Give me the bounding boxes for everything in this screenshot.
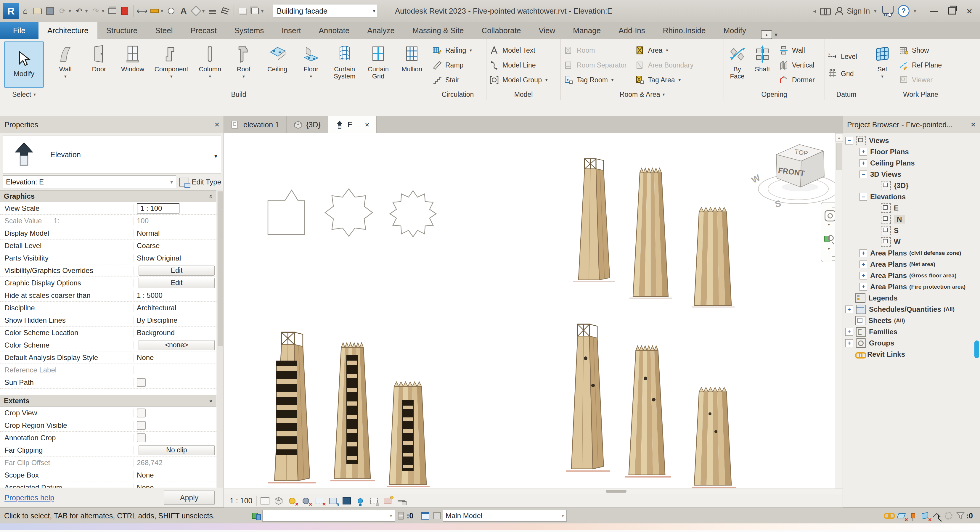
room-tool[interactable]: Room [563, 43, 627, 58]
canvas-horizontal-scrollbar[interactable] [224, 489, 843, 494]
tree-groups[interactable]: +Groups [843, 338, 980, 349]
view-tab-e[interactable]: E × [328, 116, 377, 133]
aligned-dimension-icon[interactable] [149, 5, 161, 17]
far-clipping-button[interactable]: No clip [138, 445, 215, 455]
square-tower-holes[interactable] [571, 324, 604, 469]
select-by-face-icon[interactable]: × [919, 510, 931, 521]
shaft-opening-tool[interactable]: Shaft [751, 41, 774, 89]
section-extents[interactable]: Extents« [0, 395, 216, 407]
default-3d-view-icon[interactable] [190, 5, 202, 17]
tree-area-plans-fire[interactable]: +Area Plans(Fire protection area) [843, 281, 980, 292]
tab-view[interactable]: View [530, 22, 564, 39]
model-line-tool[interactable]: Model Line [489, 58, 548, 73]
scroll-up-icon[interactable]: ▴ [835, 133, 843, 141]
prop-parts-visibility[interactable]: Parts VisibilityShow Original [0, 252, 216, 264]
tab-rhino-inside[interactable]: Rhino.Inside [654, 22, 715, 39]
collapse-left-icon[interactable]: ◂ [813, 7, 816, 14]
dimension-caret-icon[interactable]: ▾ [161, 8, 165, 14]
dormer-opening-tool[interactable]: Dormer [778, 73, 815, 87]
undo-icon[interactable]: ↶ [73, 5, 85, 17]
editing-requests-icon[interactable] [395, 510, 407, 521]
redo-icon[interactable]: ↷ [90, 5, 102, 17]
view-scale-button[interactable]: 1 : 100 [228, 496, 257, 506]
quick-search-box[interactable]: ▾ [273, 4, 377, 18]
floor-tool[interactable]: Floor▾ [297, 41, 325, 89]
properties-close-icon[interactable]: × [215, 120, 220, 129]
search-input[interactable] [276, 6, 373, 16]
print-icon[interactable] [106, 5, 118, 17]
prop-detail-level[interactable]: Detail LevelCoarse [0, 240, 216, 252]
tree-3d-views[interactable]: −3D Views [843, 169, 980, 180]
thin-lines-icon[interactable] [219, 5, 231, 17]
select-pinned-icon[interactable] [907, 510, 919, 521]
level-tool[interactable]: 1Level [827, 49, 857, 64]
column-tool[interactable]: Column▾ [196, 41, 224, 89]
tab-systems[interactable]: Systems [226, 22, 273, 39]
properties-help-link[interactable]: Properties help [5, 494, 54, 502]
wheel-caret-icon[interactable]: ▾ [828, 222, 830, 227]
round-tower-holes[interactable] [694, 387, 731, 485]
canvas-vertical-scrollbar[interactable]: ▴ [835, 133, 843, 489]
tree-sheets[interactable]: Sheets(All) [843, 315, 980, 326]
ribbon-collapse-button[interactable]: ▴▾ [761, 30, 778, 39]
grid-tool[interactable]: Grid [827, 66, 857, 81]
tree-families[interactable]: +Families [843, 326, 980, 338]
save-icon[interactable] [44, 5, 56, 17]
square-tower[interactable] [579, 159, 610, 280]
prop-associated-datum[interactable]: Associated DatumNone [0, 481, 216, 488]
sun-path-checkbox[interactable] [137, 378, 146, 387]
tree-elevation-s[interactable]: S [843, 225, 980, 236]
viewcube-south-label[interactable]: S [774, 199, 782, 209]
close-button[interactable]: × [966, 5, 972, 17]
crop-view-icon[interactable]: × [314, 496, 325, 506]
crop-view-checkbox[interactable] [137, 408, 146, 418]
type-selector[interactable]: Elevation ▾ [3, 136, 221, 173]
select-links-icon[interactable] [883, 510, 895, 521]
tag-area-tool[interactable]: Tag Area▾ [635, 73, 694, 87]
view-tab-close-icon[interactable]: × [365, 120, 369, 129]
select-underlay-icon[interactable]: × [895, 510, 907, 521]
properties-scrollbar[interactable] [217, 191, 223, 488]
tab-structure[interactable]: Structure [97, 22, 146, 39]
export-pdf-icon[interactable] [119, 5, 130, 17]
undo-caret-icon[interactable]: ▾ [85, 8, 89, 14]
views3d-expander[interactable]: − [859, 170, 867, 178]
browser-scrollbar-thumb[interactable] [974, 340, 979, 358]
signin-caret-icon[interactable]: ▾ [874, 8, 878, 14]
selection-filter-icon[interactable] [955, 510, 966, 521]
prop-discipline[interactable]: DisciplineArchitectural [0, 302, 216, 314]
tree-ceiling-plans[interactable]: +Ceiling Plans [843, 157, 980, 169]
room-separator-tool[interactable]: Room Separator [563, 58, 627, 73]
prop-hide-at-scales[interactable]: Hide at scales coarser than1 : 5000 [0, 289, 216, 302]
modify-tool[interactable]: Modify [4, 41, 44, 87]
help-icon[interactable]: ? [898, 5, 910, 17]
tree-elevation-e[interactable]: E [843, 203, 980, 214]
view-tab-3d[interactable]: {3D} [286, 116, 328, 133]
text-icon[interactable]: A [178, 5, 189, 17]
tab-steel[interactable]: Steel [146, 22, 181, 39]
tab-analyze[interactable]: Analyze [358, 22, 404, 39]
tab-annotate[interactable]: Annotate [310, 22, 358, 39]
prop-default-analysis[interactable]: Default Analysis Display StyleNone [0, 351, 216, 364]
tag-room-tool[interactable]: Tag Room▾ [563, 73, 627, 87]
help-caret-icon[interactable]: ▾ [914, 8, 918, 14]
profile-sketches[interactable] [268, 189, 436, 237]
restore-button[interactable] [948, 7, 956, 14]
sign-in-button[interactable]: Sign In [847, 7, 870, 15]
opening-by-face-tool[interactable]: ByFace [726, 41, 748, 89]
tab-file[interactable]: File [0, 22, 38, 39]
round-fluted-tower[interactable] [694, 208, 731, 305]
tab-collaborate[interactable]: Collaborate [473, 22, 530, 39]
annotation-crop-checkbox[interactable] [137, 434, 146, 442]
curtain-grid-tool[interactable]: CurtainGrid [364, 41, 392, 89]
active-workset-dropdown[interactable]: ▾ [262, 510, 395, 522]
drawing-area[interactable]: TOP FRONT W S E ▾ ▾ [224, 133, 843, 489]
design-options-icon[interactable] [419, 510, 431, 521]
show-work-plane-tool[interactable]: Show [898, 43, 942, 58]
tree-area-plans-net[interactable]: +Area Plans(Net area) [843, 259, 980, 270]
sync-caret-icon[interactable]: ▾ [69, 8, 73, 14]
gear-icon[interactable] [943, 510, 955, 521]
prop-show-hidden-lines[interactable]: Show Hidden LinesBy Discipline [0, 314, 216, 327]
search-help-binoculars-icon[interactable] [820, 7, 831, 15]
switch-windows-icon[interactable] [249, 5, 261, 17]
